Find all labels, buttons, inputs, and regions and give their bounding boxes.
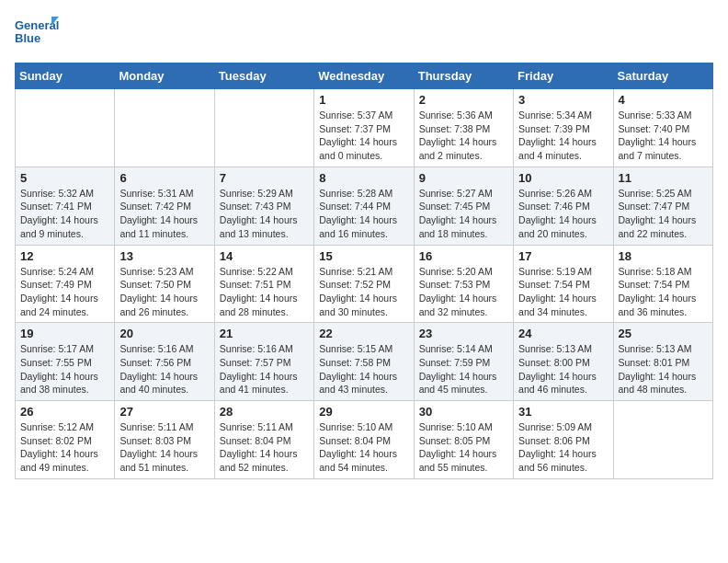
day-info: Sunrise: 5:14 AM Sunset: 7:59 PM Dayligh… — [419, 342, 508, 396]
day-info: Sunrise: 5:10 AM Sunset: 8:04 PM Dayligh… — [319, 420, 408, 475]
day-number: 2 — [419, 93, 508, 107]
calendar-cell: 5Sunrise: 5:32 AM Sunset: 7:41 PM Daylig… — [16, 167, 115, 245]
weekday-header-row: SundayMondayTuesdayWednesdayThursdayFrid… — [16, 63, 713, 89]
day-number: 5 — [20, 171, 109, 185]
calendar-cell: 31Sunrise: 5:09 AM Sunset: 8:06 PM Dayli… — [514, 401, 613, 479]
calendar-cell: 2Sunrise: 5:36 AM Sunset: 7:38 PM Daylig… — [414, 89, 513, 167]
calendar-cell: 23Sunrise: 5:14 AM Sunset: 7:59 PM Dayli… — [414, 323, 513, 401]
day-number: 11 — [619, 171, 708, 185]
weekday-header: Tuesday — [214, 63, 313, 89]
calendar-cell: 17Sunrise: 5:19 AM Sunset: 7:54 PM Dayli… — [514, 245, 613, 323]
day-number: 13 — [119, 249, 209, 263]
day-number: 8 — [319, 171, 408, 185]
calendar-cell: 3Sunrise: 5:34 AM Sunset: 7:39 PM Daylig… — [514, 89, 613, 167]
day-info: Sunrise: 5:36 AM Sunset: 7:38 PM Dayligh… — [419, 109, 508, 163]
day-info: Sunrise: 5:09 AM Sunset: 8:06 PM Dayligh… — [518, 420, 608, 475]
day-number: 1 — [319, 93, 408, 107]
calendar-cell: 13Sunrise: 5:23 AM Sunset: 7:50 PM Dayli… — [115, 245, 214, 323]
calendar-week-row: 1Sunrise: 5:37 AM Sunset: 7:37 PM Daylig… — [16, 89, 713, 167]
calendar-cell: 8Sunrise: 5:28 AM Sunset: 7:44 PM Daylig… — [314, 167, 414, 245]
day-number: 28 — [220, 405, 309, 419]
calendar-week-row: 26Sunrise: 5:12 AM Sunset: 8:02 PM Dayli… — [16, 401, 713, 479]
day-info: Sunrise: 5:19 AM Sunset: 7:54 PM Dayligh… — [518, 265, 608, 319]
day-info: Sunrise: 5:23 AM Sunset: 7:50 PM Dayligh… — [119, 265, 209, 319]
calendar-cell: 28Sunrise: 5:11 AM Sunset: 8:04 PM Dayli… — [214, 401, 313, 479]
day-number: 12 — [20, 249, 109, 263]
calendar-cell: 20Sunrise: 5:16 AM Sunset: 7:56 PM Dayli… — [115, 323, 214, 401]
day-info: Sunrise: 5:20 AM Sunset: 7:53 PM Dayligh… — [419, 265, 508, 319]
weekday-header: Monday — [115, 63, 214, 89]
day-info: Sunrise: 5:11 AM Sunset: 8:03 PM Dayligh… — [119, 420, 209, 475]
day-info: Sunrise: 5:13 AM Sunset: 8:00 PM Dayligh… — [518, 342, 608, 396]
day-info: Sunrise: 5:16 AM Sunset: 7:56 PM Dayligh… — [119, 342, 209, 396]
calendar-cell: 24Sunrise: 5:13 AM Sunset: 8:00 PM Dayli… — [514, 323, 613, 401]
day-info: Sunrise: 5:22 AM Sunset: 7:51 PM Dayligh… — [220, 265, 309, 319]
day-info: Sunrise: 5:12 AM Sunset: 8:02 PM Dayligh… — [20, 420, 109, 475]
calendar-cell: 26Sunrise: 5:12 AM Sunset: 8:02 PM Dayli… — [16, 401, 115, 479]
calendar-cell — [214, 89, 313, 167]
day-info: Sunrise: 5:10 AM Sunset: 8:05 PM Dayligh… — [419, 420, 508, 475]
calendar-week-row: 19Sunrise: 5:17 AM Sunset: 7:55 PM Dayli… — [16, 323, 713, 401]
day-info: Sunrise: 5:13 AM Sunset: 8:01 PM Dayligh… — [619, 342, 708, 396]
day-number: 19 — [20, 327, 109, 340]
day-info: Sunrise: 5:17 AM Sunset: 7:55 PM Dayligh… — [20, 342, 109, 396]
day-info: Sunrise: 5:33 AM Sunset: 7:40 PM Dayligh… — [619, 109, 708, 163]
day-number: 7 — [220, 171, 309, 185]
calendar-cell: 27Sunrise: 5:11 AM Sunset: 8:03 PM Dayli… — [115, 401, 214, 479]
day-number: 6 — [119, 171, 209, 185]
day-info: Sunrise: 5:11 AM Sunset: 8:04 PM Dayligh… — [220, 420, 309, 475]
page-header: General Blue — [15, 15, 713, 52]
weekday-header: Thursday — [414, 63, 513, 89]
calendar-cell: 25Sunrise: 5:13 AM Sunset: 8:01 PM Dayli… — [613, 323, 712, 401]
day-number: 3 — [518, 93, 608, 107]
calendar-cell — [613, 401, 712, 479]
calendar-cell: 10Sunrise: 5:26 AM Sunset: 7:46 PM Dayli… — [514, 167, 613, 245]
calendar-cell — [115, 89, 214, 167]
calendar-cell: 14Sunrise: 5:22 AM Sunset: 7:51 PM Dayli… — [214, 245, 313, 323]
calendar-week-row: 12Sunrise: 5:24 AM Sunset: 7:49 PM Dayli… — [16, 245, 713, 323]
calendar-week-row: 5Sunrise: 5:32 AM Sunset: 7:41 PM Daylig… — [16, 167, 713, 245]
day-number: 31 — [518, 405, 608, 419]
day-number: 17 — [518, 249, 608, 263]
calendar-cell: 22Sunrise: 5:15 AM Sunset: 7:58 PM Dayli… — [314, 323, 414, 401]
day-number: 29 — [319, 405, 408, 419]
calendar-cell: 1Sunrise: 5:37 AM Sunset: 7:37 PM Daylig… — [314, 89, 414, 167]
day-number: 22 — [319, 327, 408, 340]
day-number: 4 — [619, 93, 708, 107]
calendar-cell — [16, 89, 115, 167]
calendar-cell: 19Sunrise: 5:17 AM Sunset: 7:55 PM Dayli… — [16, 323, 115, 401]
day-number: 10 — [518, 171, 608, 185]
day-info: Sunrise: 5:34 AM Sunset: 7:39 PM Dayligh… — [518, 109, 608, 163]
day-number: 23 — [419, 327, 508, 340]
day-info: Sunrise: 5:32 AM Sunset: 7:41 PM Dayligh… — [20, 187, 109, 241]
day-number: 25 — [619, 327, 708, 340]
calendar-cell: 12Sunrise: 5:24 AM Sunset: 7:49 PM Dayli… — [16, 245, 115, 323]
day-number: 20 — [119, 327, 209, 340]
day-number: 18 — [619, 249, 708, 263]
calendar-cell: 15Sunrise: 5:21 AM Sunset: 7:52 PM Dayli… — [314, 245, 414, 323]
day-number: 15 — [319, 249, 408, 263]
calendar-cell: 11Sunrise: 5:25 AM Sunset: 7:47 PM Dayli… — [613, 167, 712, 245]
calendar-cell: 4Sunrise: 5:33 AM Sunset: 7:40 PM Daylig… — [613, 89, 712, 167]
day-info: Sunrise: 5:28 AM Sunset: 7:44 PM Dayligh… — [319, 187, 408, 241]
weekday-header: Friday — [514, 63, 613, 89]
day-info: Sunrise: 5:31 AM Sunset: 7:42 PM Dayligh… — [119, 187, 209, 241]
day-info: Sunrise: 5:26 AM Sunset: 7:46 PM Dayligh… — [518, 187, 608, 241]
day-info: Sunrise: 5:15 AM Sunset: 7:58 PM Dayligh… — [319, 342, 408, 396]
day-number: 27 — [119, 405, 209, 419]
calendar-cell: 7Sunrise: 5:29 AM Sunset: 7:43 PM Daylig… — [214, 167, 313, 245]
weekday-header: Wednesday — [314, 63, 414, 89]
day-info: Sunrise: 5:37 AM Sunset: 7:37 PM Dayligh… — [319, 109, 408, 163]
day-number: 21 — [220, 327, 309, 340]
day-info: Sunrise: 5:29 AM Sunset: 7:43 PM Dayligh… — [220, 187, 309, 241]
weekday-header: Saturday — [613, 63, 712, 89]
calendar-table: SundayMondayTuesdayWednesdayThursdayFrid… — [15, 63, 713, 479]
day-info: Sunrise: 5:27 AM Sunset: 7:45 PM Dayligh… — [419, 187, 508, 241]
day-info: Sunrise: 5:21 AM Sunset: 7:52 PM Dayligh… — [319, 265, 408, 319]
svg-text:Blue: Blue — [15, 31, 40, 45]
weekday-header: Sunday — [16, 63, 115, 89]
calendar-cell: 6Sunrise: 5:31 AM Sunset: 7:42 PM Daylig… — [115, 167, 214, 245]
day-number: 26 — [20, 405, 109, 419]
logo-svg: General Blue — [15, 15, 59, 52]
calendar-cell: 18Sunrise: 5:18 AM Sunset: 7:54 PM Dayli… — [613, 245, 712, 323]
